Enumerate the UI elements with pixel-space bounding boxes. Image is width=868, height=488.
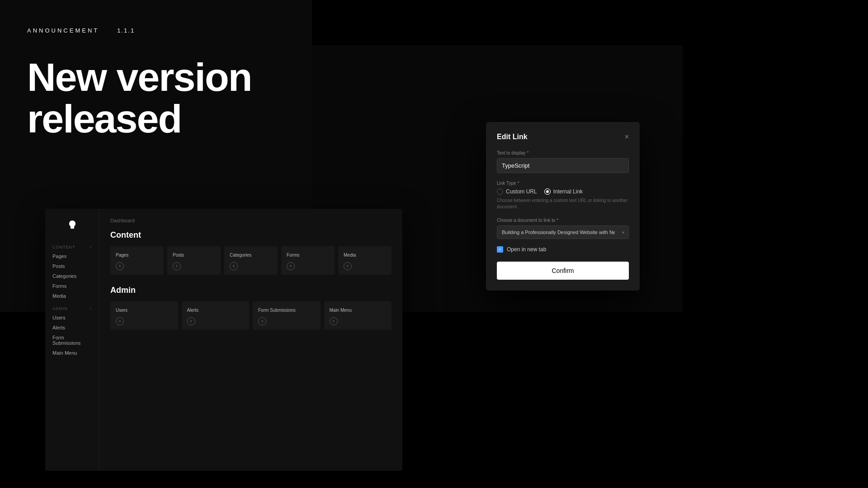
card-main-menu-label: Main Menu	[330, 308, 387, 313]
sidebar-item-users[interactable]: Users	[45, 313, 99, 323]
sidebar-item-media[interactable]: Media	[45, 291, 99, 301]
content-section-title: Content	[110, 230, 392, 240]
card-forms-label: Forms	[287, 253, 329, 258]
choose-document-label: Choose a document to link to *	[497, 217, 629, 223]
sidebar-admin-header: Admin ›	[45, 301, 99, 313]
sidebar: Content › Pages Posts Categories Forms M…	[45, 209, 99, 471]
card-form-submissions-add-icon[interactable]: +	[258, 317, 266, 325]
card-categories-add-icon[interactable]: +	[230, 262, 238, 270]
breadcrumb: Dashboard	[110, 218, 392, 223]
cms-main: Dashboard Content Pages + Posts + Catego…	[99, 209, 402, 471]
sidebar-item-forms[interactable]: Forms	[45, 281, 99, 291]
cms-dashboard-panel: Content › Pages Posts Categories Forms M…	[45, 209, 402, 471]
card-categories-label: Categories	[230, 253, 272, 258]
checkmark-icon: ✓	[498, 248, 502, 252]
text-to-display-input[interactable]	[497, 158, 629, 173]
sidebar-item-main-menu[interactable]: Main Menu	[45, 348, 99, 358]
card-users-label: Users	[116, 308, 173, 313]
radio-internal-link-label: Internal Link	[553, 188, 583, 195]
card-posts[interactable]: Posts +	[167, 246, 221, 275]
admin-section-title: Admin	[110, 286, 392, 295]
radio-internal-link-circle	[544, 188, 551, 195]
document-select-wrapper: Building a Professionally Designed Websi…	[497, 225, 629, 239]
radio-row: Custom URL Internal Link	[497, 188, 629, 195]
card-alerts[interactable]: Alerts +	[182, 301, 250, 330]
card-forms-add-icon[interactable]: +	[287, 262, 295, 270]
card-users[interactable]: Users +	[110, 301, 178, 330]
card-pages-label: Pages	[116, 253, 158, 258]
sidebar-item-form-submissions[interactable]: Form Submissions	[45, 333, 99, 348]
confirm-button[interactable]: Confirm	[497, 262, 629, 280]
sidebar-item-categories[interactable]: Categories	[45, 271, 99, 281]
admin-card-grid: Users + Alerts + Form Submissions + Main…	[110, 301, 392, 330]
link-type-group: Link Type * Custom URL Internal Link Cho…	[497, 180, 629, 210]
text-to-display-group: Text to display *	[497, 150, 629, 173]
radio-hint: Choose between entering a custom text UR…	[497, 197, 629, 210]
card-form-submissions-label: Form Submissions	[258, 308, 315, 313]
close-button[interactable]: ×	[625, 133, 629, 141]
card-main-menu[interactable]: Main Menu +	[324, 301, 392, 330]
sidebar-logo	[45, 216, 99, 239]
card-form-submissions[interactable]: Form Submissions +	[253, 301, 321, 330]
radio-custom-url[interactable]: Custom URL	[497, 188, 537, 195]
sidebar-item-posts[interactable]: Posts	[45, 261, 99, 271]
dialog-title: Edit Link	[497, 133, 528, 141]
open-new-tab-row[interactable]: ✓ Open in new tab	[497, 246, 629, 253]
announcement-label: ANNOUNCEMENT	[27, 27, 99, 34]
card-pages[interactable]: Pages +	[110, 246, 164, 275]
card-pages-add-icon[interactable]: +	[116, 262, 124, 270]
radio-custom-url-circle	[497, 188, 503, 195]
sidebar-content-header: Content ›	[45, 239, 99, 251]
open-new-tab-checkbox[interactable]: ✓	[497, 246, 503, 253]
card-posts-add-icon[interactable]: +	[173, 262, 181, 270]
card-alerts-label: Alerts	[187, 308, 244, 313]
announcement-version: 1.1.1	[117, 27, 135, 34]
announcement-header: ANNOUNCEMENT 1.1.1	[27, 27, 285, 34]
choose-document-group: Choose a document to link to * Building …	[497, 217, 629, 239]
link-type-label: Link Type *	[497, 180, 629, 186]
content-card-grid: Pages + Posts + Categories + Forms + Med…	[110, 246, 392, 275]
card-media-label: Media	[344, 253, 386, 258]
card-main-menu-add-icon[interactable]: +	[330, 317, 338, 325]
dialog-header: Edit Link ×	[497, 133, 629, 141]
radio-internal-link[interactable]: Internal Link	[544, 188, 583, 195]
card-forms[interactable]: Forms +	[281, 246, 335, 275]
announcement-title: New version released	[27, 56, 285, 140]
text-to-display-label: Text to display *	[497, 150, 629, 155]
open-new-tab-label: Open in new tab	[507, 246, 546, 253]
logo-icon	[67, 220, 78, 230]
card-media[interactable]: Media +	[338, 246, 392, 275]
sidebar-item-alerts[interactable]: Alerts	[45, 323, 99, 333]
card-categories[interactable]: Categories +	[224, 246, 278, 275]
card-alerts-add-icon[interactable]: +	[187, 317, 195, 325]
card-media-add-icon[interactable]: +	[344, 262, 352, 270]
document-select[interactable]: Building a Professionally Designed Websi…	[497, 225, 629, 239]
sidebar-item-pages[interactable]: Pages	[45, 251, 99, 261]
edit-link-dialog: Edit Link × Text to display * Link Type …	[486, 122, 640, 291]
card-users-add-icon[interactable]: +	[116, 317, 124, 325]
radio-custom-url-label: Custom URL	[506, 188, 537, 195]
card-posts-label: Posts	[173, 253, 215, 258]
